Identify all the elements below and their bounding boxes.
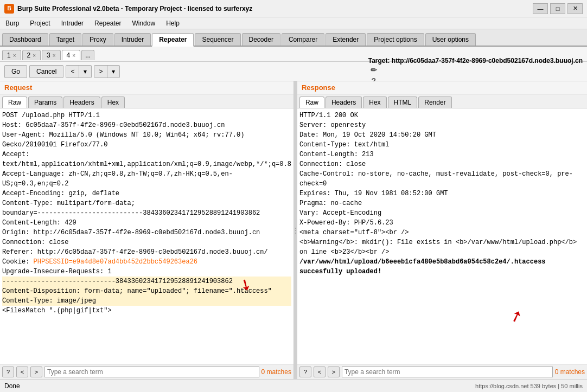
- request-search-input[interactable]: [44, 367, 259, 377]
- response-line: X-Powered-By: PHP/5.6.23: [299, 218, 585, 228]
- edit-icon[interactable]: ✏: [368, 65, 379, 75]
- minimize-button[interactable]: —: [533, 3, 548, 14]
- response-search-help[interactable]: ?: [299, 367, 311, 377]
- back-button[interactable]: <: [66, 66, 79, 78]
- request-content: POST /upload.php HTTP/1.1Host: 6c05daa7-…: [0, 108, 294, 364]
- titlebar-left: B Burp Suite Professional v2.0beta - Tem…: [4, 4, 252, 14]
- forward-button[interactable]: >: [94, 66, 107, 78]
- main-tab-target[interactable]: Target: [49, 33, 81, 46]
- response-tabs: RawHeadersHexHTMLRender: [297, 94, 587, 108]
- target-url: http://6c05daa7-357f-4f2e-8969-c0ebd5021…: [392, 57, 583, 65]
- main-tab-proxy[interactable]: Proxy: [82, 33, 113, 46]
- cookie-value: PHPSESSID=e9a4d8e07ad4bb452d2bbc549263ea…: [34, 258, 197, 266]
- target-label: Target:: [368, 57, 390, 65]
- rep-tab-close[interactable]: ×: [72, 53, 75, 59]
- request-line: Accept: text/html,application/xhtml+xml,…: [2, 150, 291, 169]
- menubar-item-intruder[interactable]: Intruder: [58, 18, 87, 28]
- request-header: Request: [0, 81, 294, 94]
- response-tab-render[interactable]: Render: [418, 97, 451, 108]
- response-line: Expires: Thu, 19 Nov 1981 08:52:00 GMT: [299, 189, 585, 198]
- main-tab-project-options[interactable]: Project options: [367, 33, 424, 46]
- response-line: Cache-Control: no-store, no-cache, must-…: [299, 169, 585, 189]
- request-tabs: RawParamsHeadersHex: [0, 94, 294, 108]
- request-panel: Request RawParamsHeadersHex POST /upload…: [0, 81, 294, 379]
- main-tab-dashboard[interactable]: Dashboard: [2, 33, 48, 46]
- response-line: Vary: Accept-Encoding: [299, 208, 585, 218]
- response-line: Pragma: no-cache: [299, 198, 585, 208]
- response-line: Content-Length: 213: [299, 150, 585, 159]
- nav-forward: > ▾: [94, 65, 120, 78]
- repeater-tab-1[interactable]: 1 ×: [2, 50, 21, 60]
- request-line: Connection: close: [2, 237, 291, 247]
- menubar-item-burp[interactable]: Burp: [2, 18, 22, 28]
- close-button[interactable]: ✕: [567, 3, 583, 14]
- response-search-matches: 0 matches: [555, 368, 585, 376]
- request-line: Cookie: PHPSESSID=e9a4d8e07ad4bb452d2bbc…: [2, 257, 291, 267]
- response-search-input[interactable]: [342, 367, 553, 377]
- response-search-prev[interactable]: <: [314, 367, 326, 377]
- rep-tab-close[interactable]: ×: [53, 53, 56, 59]
- main-tab-sequencer[interactable]: Sequencer: [195, 33, 240, 46]
- menubar-item-help[interactable]: Help: [163, 18, 183, 28]
- menubar-item-repeater[interactable]: Repeater: [91, 18, 124, 28]
- response-tab-hex[interactable]: Hex: [363, 97, 386, 108]
- request-search-prev[interactable]: <: [16, 367, 28, 377]
- response-line: Content-Type: text/html: [299, 140, 585, 150]
- response-line: /var/www/html/upload/b6eeeb1cfa480e5b8ab…: [299, 257, 585, 277]
- request-tab-hex[interactable]: Hex: [101, 97, 125, 108]
- titlebar: B Burp Suite Professional v2.0beta - Tem…: [0, 0, 587, 17]
- repeater-tab-3[interactable]: 3 ×: [42, 50, 61, 60]
- response-line: Server: openresty: [299, 120, 585, 130]
- maximize-button[interactable]: □: [550, 3, 565, 14]
- response-line: <b>Warning</b>: mkdir(): File exists in …: [299, 237, 585, 257]
- response-panel: Response RawHeadersHexHTMLRender HTTP/1.…: [297, 81, 587, 379]
- request-search-bar: ? < > 0 matches: [0, 364, 294, 379]
- response-line: Date: Mon, 19 Oct 2020 14:50:20 GMT: [299, 130, 585, 140]
- response-tab-headers[interactable]: Headers: [326, 97, 362, 108]
- repeater-tab-4[interactable]: 4 ×: [62, 50, 81, 60]
- statusbar: Done https://blog.csdn.net 539 bytes | 5…: [0, 379, 587, 392]
- repeater-tab-2[interactable]: 2 ×: [22, 50, 41, 60]
- request-line: Content-Length: 429: [2, 218, 291, 228]
- main-tab-repeater[interactable]: Repeater: [152, 33, 194, 47]
- request-line: Content-Type: image/jpeg: [2, 296, 291, 306]
- request-search-next[interactable]: >: [30, 367, 42, 377]
- titlebar-title: Burp Suite Professional v2.0beta - Tempo…: [17, 5, 252, 12]
- request-line: Origin: http://6c05daa7-357f-4f2e-8969-c…: [2, 228, 291, 237]
- response-header: Response: [297, 81, 587, 94]
- rep-tab-close[interactable]: ×: [13, 53, 16, 59]
- request-line: Referer: http://6c05daa7-357f-4f2e-8969-…: [2, 247, 291, 257]
- request-tab-headers[interactable]: Headers: [63, 97, 100, 108]
- request-search-help[interactable]: ?: [2, 367, 14, 377]
- back-dropdown-button[interactable]: ▾: [79, 66, 91, 78]
- response-search-next[interactable]: >: [328, 367, 340, 377]
- statusbar-text: Done: [4, 382, 20, 390]
- response-tab-raw[interactable]: Raw: [299, 97, 324, 108]
- menubar-item-project[interactable]: Project: [27, 18, 53, 28]
- request-tab-params[interactable]: Params: [28, 97, 62, 108]
- response-arrow-annotation: ➚: [507, 304, 526, 332]
- request-tab-raw[interactable]: Raw: [2, 97, 27, 108]
- request-line: User-Agent: Mozilla/5.0 (Windows NT 10.0…: [2, 130, 291, 150]
- response-content: HTTP/1.1 200 OKServer: openrestyDate: Mo…: [297, 108, 587, 364]
- cancel-button[interactable]: Cancel: [29, 65, 63, 78]
- response-tab-html[interactable]: HTML: [388, 97, 418, 108]
- main-tab-user-options[interactable]: User options: [425, 33, 476, 46]
- titlebar-controls: — □ ✕: [533, 3, 583, 14]
- main-tab-intruder[interactable]: Intruder: [114, 33, 151, 46]
- main-tab-comparer[interactable]: Comparer: [282, 33, 324, 46]
- menubar-item-window[interactable]: Window: [129, 18, 158, 28]
- response-search-bar: ? < > 0 matches: [297, 364, 587, 379]
- repeater-tab-more[interactable]: ...: [81, 50, 94, 60]
- request-search-matches: 0 matches: [261, 368, 291, 376]
- statusbar-right: https://blog.csdn.net 539 bytes | 50 mil…: [475, 383, 583, 389]
- forward-dropdown-button[interactable]: ▾: [107, 66, 119, 78]
- go-button[interactable]: Go: [4, 65, 27, 78]
- main-tab-decoder[interactable]: Decoder: [242, 33, 280, 46]
- main-tab-extender[interactable]: Extender: [326, 33, 366, 46]
- response-line: <meta charset="utf-8"><br />: [299, 228, 585, 237]
- request-line: Content-Type: multipart/form-data;: [2, 198, 291, 208]
- app-logo: B: [4, 4, 14, 14]
- rep-tab-close[interactable]: ×: [33, 53, 36, 59]
- request-line: Host: 6c05daa7-357f-4f2e-8969-c0ebd50216…: [2, 120, 291, 130]
